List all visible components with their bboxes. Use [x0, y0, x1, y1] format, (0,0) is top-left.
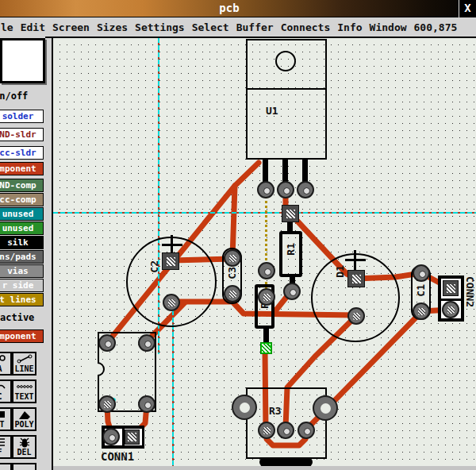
canvas-bottom-strip — [53, 466, 476, 470]
via-icon — [0, 353, 6, 364]
via[interactable] — [258, 262, 275, 279]
line-icon — [17, 353, 33, 364]
refdes-c1: C1 — [415, 284, 427, 297]
tool-buf-button[interactable]: F — [0, 435, 12, 459]
tool-via-button[interactable]: A — [0, 352, 12, 376]
r1-pin1-pad[interactable] — [282, 205, 299, 222]
cursor-position-readout: 600,875 — [414, 21, 458, 33]
refdes-d1: D1 — [334, 265, 346, 278]
rat-line[interactable] — [265, 191, 267, 296]
r2-selected-pad[interactable] — [260, 342, 272, 354]
delete-bug-icon — [17, 437, 32, 448]
conn2-pin1-pad[interactable] — [443, 280, 459, 296]
close-icon[interactable]: X — [459, 0, 476, 17]
menu-buffer[interactable]: Buffer — [236, 21, 274, 33]
text-icon — [16, 381, 33, 392]
menu-info[interactable]: Info — [337, 21, 362, 33]
title-bar[interactable]: pcb X — [0, 0, 476, 17]
tool-thermal-button[interactable] — [12, 463, 36, 470]
menu-edit[interactable]: Edit — [21, 21, 45, 33]
layer-button-vcc-sldr[interactable]: cc-sldr — [0, 146, 44, 160]
c2-plus-pad[interactable] — [162, 252, 179, 270]
c3-pin-pad[interactable] — [224, 285, 241, 302]
j2-pin-pad[interactable] — [98, 334, 116, 352]
tool-line-button[interactable]: LINE — [12, 352, 36, 376]
c1-pin-pad[interactable] — [413, 302, 430, 320]
c3-pin-pad[interactable] — [224, 249, 241, 267]
tool-rot-button[interactable] — [0, 463, 12, 470]
layer-button-silk[interactable]: silk — [0, 236, 44, 249]
tool-buf-label: F — [0, 448, 2, 457]
layer-button-gnd-comp[interactable]: ND-comp — [0, 179, 44, 192]
r3-pin-pad[interactable] — [298, 422, 315, 439]
tool-del-button[interactable]: DEL — [12, 435, 36, 459]
layer-button-vcc-comp[interactable]: cc-comp — [0, 193, 44, 206]
active-layer-button[interactable]: mponent — [0, 329, 44, 343]
buffer-icon — [0, 437, 6, 448]
tool-arc-label: C — [0, 392, 2, 401]
menu-bar: le Edit Screen Sizes Settings Select Buf… — [0, 17, 476, 37]
r3-pin-pad[interactable] — [258, 422, 275, 439]
r1-pin-pad[interactable] — [283, 283, 301, 300]
tool-arc-button[interactable]: C — [0, 379, 12, 403]
layer-button-rat-lines[interactable]: t lines — [0, 293, 44, 306]
layer-onoff-label: on/off — [0, 91, 28, 102]
layer-button-unused-1[interactable]: unused — [0, 207, 44, 221]
conn1-pin-pad[interactable] — [102, 428, 120, 445]
tool-rect-button[interactable]: CT — [0, 407, 12, 431]
u1-divider-line — [246, 88, 327, 90]
arc-icon — [0, 381, 6, 392]
d1-plus-pad[interactable] — [347, 270, 365, 287]
r3-mounting-hole[interactable] — [313, 395, 338, 421]
tool-del-label: DEL — [17, 448, 31, 457]
refdes-c3: C3 — [226, 267, 238, 279]
u1-pin-pad[interactable] — [257, 181, 274, 198]
j2-pin-pad[interactable] — [98, 395, 116, 413]
conn1-pin1-pad[interactable] — [125, 430, 140, 445]
menu-file[interactable]: le — [1, 21, 13, 33]
r2-pin-pad[interactable] — [258, 288, 275, 306]
menu-window[interactable]: Window — [370, 21, 407, 33]
layer-button-component[interactable]: mponent — [0, 162, 44, 175]
menu-connects[interactable]: Connects — [281, 21, 331, 33]
r3-mounting-hole[interactable] — [232, 395, 257, 420]
conn2-pin-pad[interactable] — [442, 301, 459, 318]
u1-pin-pad[interactable] — [277, 181, 294, 198]
d1-minus-pad[interactable] — [347, 307, 365, 325]
pcb-application-window: pcb X le Edit Screen Sizes Settings Sele… — [0, 0, 476, 470]
j2-notch-mask — [88, 360, 98, 378]
sidebar: on/off solder ND-sldr cc-sldr mponent ND… — [0, 37, 52, 470]
rect-icon — [0, 409, 6, 420]
j2-pin-pad[interactable] — [138, 334, 155, 352]
u1-pin-pad[interactable] — [297, 181, 314, 198]
active-layer-label: active — [0, 312, 34, 323]
layer-button-vias[interactable]: vias — [0, 264, 44, 278]
tool-poly-button[interactable]: POLY — [12, 407, 36, 431]
j2-pin-pad[interactable] — [138, 395, 155, 413]
tool-text-label: TEXT — [14, 392, 33, 401]
tool-text-button[interactable]: TEXT — [12, 379, 36, 403]
board-preview-thumbnail[interactable] — [0, 38, 45, 83]
layer-button-pins-pads[interactable]: ns/pads — [0, 250, 44, 264]
refdes-c2: C2 — [148, 260, 160, 273]
tool-rect-label: CT — [0, 420, 5, 429]
board-canvas[interactable]: U1 C2 C3 R1 R2 D1 C1 CONN2 — [53, 38, 476, 470]
layer-button-gnd-sldr[interactable]: ND-sldr — [0, 128, 44, 141]
menu-sizes[interactable]: Sizes — [97, 21, 128, 33]
layer-button-solder[interactable]: solder — [0, 110, 44, 123]
refdes-u1: U1 — [266, 105, 278, 117]
d1-plus-mark — [354, 250, 356, 271]
window-title: pcb — [0, 2, 459, 14]
refdes-r3: R3 — [269, 405, 282, 417]
menu-screen[interactable]: Screen — [52, 21, 90, 33]
crosshair-vertical-line-2 — [172, 310, 174, 470]
r3-pin-pad[interactable] — [277, 422, 294, 439]
menu-settings[interactable]: Settings — [135, 21, 185, 33]
layer-button-unused-2[interactable]: unused — [0, 222, 44, 235]
c1-pin-pad[interactable] — [413, 264, 430, 282]
tool-poly-label: POLY — [14, 420, 33, 429]
tool-line-label: LINE — [14, 364, 33, 373]
layer-button-far-side[interactable]: r side — [0, 279, 44, 292]
c2-minus-pad[interactable] — [163, 294, 180, 311]
menu-select[interactable]: Select — [192, 21, 229, 33]
